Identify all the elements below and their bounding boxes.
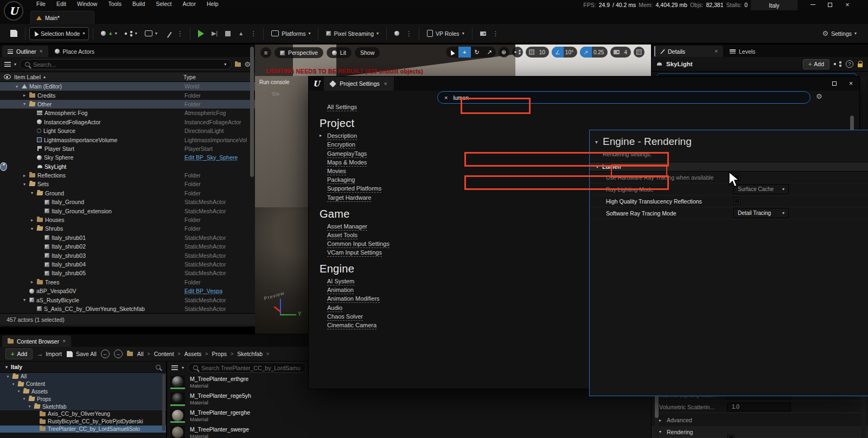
- viewport-options-menu[interactable]: ≡: [260, 47, 271, 58]
- multi-user-options-menu[interactable]: ⋮: [403, 30, 415, 37]
- expander-icon[interactable]: ▾: [22, 101, 27, 106]
- sidebar-entry[interactable]: Project: [320, 117, 435, 130]
- viewport-maximize-button[interactable]: [634, 47, 644, 58]
- import-button[interactable]: →Import: [37, 351, 62, 357]
- settings-dropdown[interactable]: ⚙Settings▾: [818, 28, 860, 39]
- sidebar-entry[interactable]: Supported Platforms: [320, 185, 435, 192]
- folder-tree-row[interactable]: ▾ All: [0, 373, 166, 380]
- folder-tree-header[interactable]: ▾ Italy: [0, 361, 166, 373]
- local-space-toggle[interactable]: [512, 47, 523, 58]
- outliner-row[interactable]: ▸ Trees Folder: [0, 278, 255, 287]
- tab-outliner[interactable]: Outliner ×: [2, 46, 48, 57]
- grid-snap-control[interactable]: 10: [526, 47, 549, 58]
- scale-snap-control[interactable]: ↗0.25: [580, 47, 608, 58]
- window-maximize-button[interactable]: [832, 81, 837, 86]
- scale-tool-button[interactable]: ↗: [483, 47, 496, 58]
- asset-item[interactable]: M_TreePlanter_rege5yh Material: [167, 391, 651, 408]
- sidebar-entry[interactable]: Encryption: [320, 141, 435, 148]
- sidebar-entry[interactable]: Target Hardware: [320, 194, 435, 201]
- chevron-down-icon[interactable]: ▾: [14, 62, 16, 67]
- play-button[interactable]: [194, 28, 208, 40]
- sidebar-entry[interactable]: VCam Input Settings: [320, 249, 435, 256]
- sidebar-entry[interactable]: Engine: [320, 263, 435, 275]
- tab-place-actors[interactable]: Place Actors: [49, 46, 100, 57]
- new-folder-icon[interactable]: [235, 62, 241, 67]
- camera-speed-control[interactable]: 4: [610, 47, 631, 58]
- window-maximize-button[interactable]: [826, 1, 834, 8]
- panel-layout-button[interactable]: [654, 47, 655, 56]
- column-item-label[interactable]: Item Label▴: [14, 74, 183, 80]
- save-button[interactable]: [7, 28, 21, 39]
- outliner-row[interactable]: Sky Sphere Edit BP_Sky_Sphere: [0, 153, 255, 162]
- rendering-checkbox[interactable]: [727, 435, 735, 438]
- high-quality-translucency-checkbox[interactable]: [733, 198, 741, 205]
- window-close-button[interactable]: ×: [849, 80, 853, 87]
- search-settings-gear-icon[interactable]: ⚙: [816, 93, 822, 100]
- sidebar-entry[interactable]: Animation Modifiers: [320, 295, 435, 302]
- expander-icon[interactable]: ▾: [5, 374, 10, 379]
- virtual-camera-button[interactable]: [476, 29, 490, 38]
- sidebar-entry[interactable]: Asset Tools: [320, 232, 435, 238]
- menu-item[interactable]: Edit: [52, 0, 71, 9]
- rotate-tool-button[interactable]: ↻: [471, 47, 483, 58]
- folder-tree-row[interactable]: ▾ Sketchfab: [0, 403, 166, 410]
- move-tool-button[interactable]: +: [458, 47, 471, 58]
- folder-tree-row[interactable]: RustyBicycle_CC_by_PiotrPjotDyderski: [0, 418, 166, 426]
- asset-item[interactable]: M_TreePlanter_rgerghe Material: [167, 408, 651, 424]
- add-content-button[interactable]: +Add: [5, 348, 33, 359]
- world-space-toggle[interactable]: ⊕: [499, 47, 509, 58]
- outliner-row[interactable]: ▸ Credits Folder: [0, 91, 255, 99]
- menu-item[interactable]: Select: [151, 0, 176, 9]
- menu-item[interactable]: Tools: [103, 0, 126, 9]
- outliner-row[interactable]: ▸ Reflections Folder: [0, 171, 255, 180]
- software-ray-tracing-dropdown[interactable]: Detail Tracing▾: [733, 208, 789, 218]
- settings-search-input[interactable]: × lumen: [437, 91, 810, 104]
- expander-icon[interactable]: ▸: [29, 218, 35, 223]
- selection-mode-dropdown[interactable]: Selection Mode ▾: [29, 27, 89, 40]
- save-all-button[interactable]: Save All: [66, 351, 97, 358]
- chevron-down-icon[interactable]: ▾: [182, 365, 184, 370]
- sidebar-entry[interactable]: Cinematic Camera: [320, 322, 435, 328]
- camera-options-menu[interactable]: ⋮: [490, 30, 502, 37]
- outliner-row[interactable]: Light Source DirectionalLight: [0, 126, 255, 135]
- folder-tree-row[interactable]: TreePlanter_CC_by_LordSamueliSolo: [0, 426, 166, 433]
- outliner-row[interactable]: Atmospheric Fog AtmosphericFog: [0, 109, 255, 117]
- rendering-category-row[interactable]: ▾ Rendering: [652, 426, 868, 438]
- expander-icon[interactable]: ▾: [22, 397, 27, 401]
- tab-content-browser[interactable]: Content Browser ×: [2, 335, 71, 347]
- tab-levels[interactable]: Levels: [724, 46, 761, 57]
- menu-item[interactable]: File: [31, 0, 50, 9]
- expander-icon[interactable]: ▾: [29, 226, 35, 231]
- filter-icon[interactable]: [171, 365, 178, 370]
- sidebar-entry[interactable]: Common Input Settings: [320, 240, 435, 247]
- window-minimize-button[interactable]: [808, 1, 817, 8]
- folder-tree-row[interactable]: Axis_CC_by_OliverYeung: [0, 410, 166, 418]
- outliner-row[interactable]: Italy_Ground_extension StaticMeshActor: [0, 206, 255, 215]
- platforms-dropdown[interactable]: Platforms▾: [267, 28, 314, 39]
- unreal-logo-icon[interactable]: U: [4, 1, 23, 21]
- sidebar-entry[interactable]: Asset Manager: [320, 223, 435, 230]
- ray-lighting-mode-dropdown[interactable]: Surface Cache▾: [733, 184, 789, 194]
- outliner-row[interactable]: S_Axis_CC_by_OliverYeung_Sketchfab Stati…: [0, 304, 255, 313]
- menu-item[interactable]: Window: [72, 0, 102, 9]
- sidebar-entry[interactable]: Packaging: [320, 176, 435, 183]
- outliner-row[interactable]: ▾ Ground Folder: [0, 189, 255, 198]
- close-icon[interactable]: ×: [62, 338, 66, 344]
- perspective-dropdown[interactable]: Perspective: [275, 47, 323, 58]
- close-icon[interactable]: ×: [40, 48, 43, 54]
- transform-gizmo[interactable]: Y: [268, 294, 306, 332]
- outliner-row[interactable]: Player Start PlayerStart: [0, 144, 255, 153]
- tab-details[interactable]: Details ×: [654, 46, 723, 57]
- outliner-row[interactable]: Italy_shrub04 StaticMeshActor: [0, 260, 255, 269]
- breadcrumb-item[interactable]: Props: [212, 351, 227, 357]
- add-component-button[interactable]: +Add: [803, 59, 829, 69]
- frame-skip-button[interactable]: ▶|: [208, 28, 221, 39]
- outliner-row[interactable]: Italy_shrub03 StaticMeshActor: [0, 251, 255, 259]
- outliner-search-input[interactable]: Search... ▾: [20, 59, 232, 69]
- project-settings-tab[interactable]: Project Settings ×: [324, 77, 393, 91]
- outliner-row[interactable]: Italy_shrub02 StaticMeshActor: [0, 242, 255, 251]
- asset-item[interactable]: M_TreePlanter_swerge Material: [167, 424, 651, 438]
- sidebar-entry[interactable]: Animation: [320, 287, 435, 293]
- eject-button[interactable]: ▲: [234, 28, 247, 39]
- add-actor-button[interactable]: +▾: [97, 28, 120, 39]
